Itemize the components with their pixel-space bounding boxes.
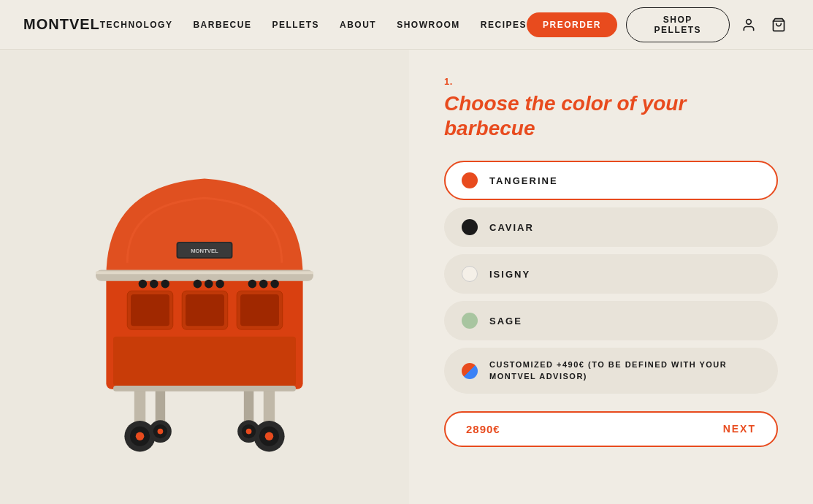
caviar-dot	[462, 219, 478, 235]
svg-point-22	[270, 280, 279, 289]
step-title: Choose the color of your barbecue	[444, 91, 778, 140]
logo: MONTVEL	[23, 16, 100, 33]
isigny-label: ISIGNY	[489, 269, 530, 280]
configurator-panel: 1. Choose the color of your barbecue TAN…	[409, 50, 813, 504]
next-label: NEXT	[723, 423, 756, 435]
isigny-dot	[462, 266, 478, 282]
tangerine-dot	[462, 172, 478, 188]
color-option-caviar[interactable]: CAVIAR	[444, 207, 778, 247]
svg-point-30	[136, 432, 145, 441]
svg-rect-9	[131, 294, 169, 326]
nav-technology[interactable]: TECHNOLOGY	[100, 20, 173, 30]
tangerine-label: TANGERINE	[489, 175, 558, 186]
price-display: 2890€	[466, 423, 500, 435]
grill-illustration: MONTVEL	[58, 94, 351, 459]
svg-point-10	[139, 280, 148, 289]
main-nav: TECHNOLOGY BARBECUE PELLETS ABOUT SHOWRO…	[100, 20, 527, 30]
color-option-custom[interactable]: CUSTOMIZED +490€ (TO BE DEFINED WITH YOU…	[444, 348, 778, 394]
svg-rect-14	[186, 294, 224, 326]
svg-point-20	[248, 280, 257, 289]
svg-point-21	[259, 280, 268, 289]
nav-showroom[interactable]: SHOWROOM	[397, 20, 460, 30]
account-button[interactable]	[738, 13, 760, 37]
svg-rect-7	[96, 271, 313, 274]
main-content: MONTVEL	[0, 50, 813, 504]
svg-point-15	[194, 280, 202, 289]
sage-dot	[462, 313, 478, 329]
svg-point-36	[158, 429, 164, 435]
shop-pellets-button[interactable]: SHOP PELLETS	[626, 7, 730, 42]
color-option-sage[interactable]: SAGE	[444, 301, 778, 340]
nav-pellets[interactable]: PELLETS	[272, 20, 319, 30]
svg-point-33	[265, 432, 274, 441]
color-option-tangerine[interactable]: TANGERINE	[444, 161, 778, 200]
svg-point-11	[150, 280, 159, 289]
svg-point-0	[747, 19, 752, 24]
custom-label: CUSTOMIZED +490€ (TO BE DEFINED WITH YOU…	[489, 359, 760, 382]
color-options-list: TANGERINE CAVIAR ISIGNY SAGE CUSTOMIZED …	[444, 161, 778, 394]
preorder-button[interactable]: PREORDER	[527, 12, 617, 37]
nav-recipes[interactable]: RECIPES	[481, 20, 527, 30]
svg-rect-40	[113, 386, 296, 392]
cart-button[interactable]	[768, 13, 790, 37]
user-icon	[741, 18, 756, 32]
svg-rect-23	[113, 337, 296, 386]
svg-text:MONTVEL: MONTVEL	[191, 248, 218, 254]
svg-point-16	[205, 280, 213, 289]
svg-point-12	[161, 280, 169, 289]
step-number: 1.	[444, 76, 778, 87]
color-option-isigny[interactable]: ISIGNY	[444, 254, 778, 294]
caviar-label: CAVIAR	[489, 222, 534, 233]
header-actions: PREORDER SHOP PELLETS	[527, 7, 790, 42]
nav-barbecue[interactable]: BARBECUE	[193, 20, 251, 30]
next-button[interactable]: 2890€ NEXT	[444, 411, 778, 447]
nav-about[interactable]: ABOUT	[340, 20, 376, 30]
custom-dot	[462, 363, 478, 379]
sage-label: SAGE	[489, 316, 522, 327]
svg-point-39	[246, 429, 252, 435]
svg-rect-19	[240, 294, 279, 326]
cart-icon	[771, 18, 786, 32]
svg-point-17	[215, 280, 224, 289]
product-image-panel: MONTVEL	[0, 50, 409, 504]
